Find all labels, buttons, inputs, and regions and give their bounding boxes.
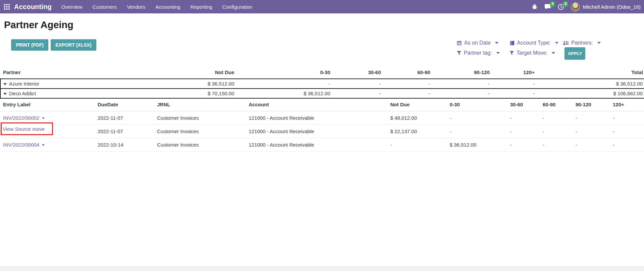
cell-account: 121000 - Account Receivable xyxy=(249,111,390,124)
cell-due-date: 2022-11-07 xyxy=(98,111,157,124)
apps-grid-icon[interactable] xyxy=(0,0,13,13)
cell-120-plus: - xyxy=(613,138,644,151)
cell-90-120: - xyxy=(432,89,491,98)
partner-row-azure-interior[interactable]: Azure Interior $ 36,512.00 - - - - - $ 3… xyxy=(0,79,644,89)
export-xlsx-button[interactable]: EXPORT (XLSX) xyxy=(51,39,96,51)
entry-row-inv-2022-00002: INV/2022/00002 2022-11-07 Customer Invoi… xyxy=(0,111,644,124)
partner-table-header: Partner Not Due 0-30 30-60 60-90 90-120 … xyxy=(0,65,644,79)
filter-as-on-date-label: As on Date xyxy=(464,40,491,46)
menu-vendors[interactable]: Vendors xyxy=(122,0,150,13)
messages-button[interactable]: 4 xyxy=(544,4,551,10)
cell-60-90: - xyxy=(543,138,576,151)
user-name: Mitchell Admin (Odoo_16) xyxy=(583,4,641,10)
cell-not-due: $ 36,512.00 xyxy=(135,79,236,89)
cell-60-90: - xyxy=(382,89,432,98)
view-source-move-item[interactable]: View Source move xyxy=(2,126,45,132)
cell-account: 121000 - Account Receivable xyxy=(249,138,390,151)
cell-not-due: $ 48,012.00 xyxy=(390,111,450,124)
entry-table-header: Entry Label DueDate JRNL Account Not Due… xyxy=(0,98,644,111)
messages-count-badge: 4 xyxy=(550,1,555,7)
caret-down-icon xyxy=(555,42,558,44)
col-0-30: 0-30 xyxy=(450,98,510,111)
invoice-link[interactable]: INV/2022/00002 xyxy=(3,115,39,121)
filter-as-on-date[interactable]: As on Date xyxy=(457,40,509,46)
filter-partners[interactable]: Partners: xyxy=(563,40,601,46)
funnel-filter-icon xyxy=(457,51,461,55)
cell-60-90: - xyxy=(543,111,576,124)
partner-name: Azure Interior xyxy=(9,81,39,87)
filter-partner-tag-label: Partner tag: xyxy=(464,50,492,56)
cell-due-date: 2022-11-07 xyxy=(98,124,157,138)
cell-120-plus: - xyxy=(613,111,644,124)
systray: 4 8 Mitchell Admin (Odoo_16) xyxy=(532,0,641,13)
navbar-left: Accounting Overview Customers Vendors Ac… xyxy=(0,0,257,13)
col-30-60: 30-60 xyxy=(332,65,382,79)
invoice-link[interactable]: INV/2022/00004 xyxy=(3,142,39,148)
cell-0-30: - xyxy=(450,111,510,124)
cell-90-120: - xyxy=(432,79,491,89)
cell-total: $ 36,512.00 xyxy=(536,79,644,89)
cell-0-30: $ 36,512.00 xyxy=(450,138,510,151)
col-90-120: 90-120 xyxy=(576,98,613,111)
apply-button[interactable]: APPLY xyxy=(564,47,585,60)
caret-down-icon[interactable] xyxy=(42,117,45,119)
col-90-120: 90-120 xyxy=(432,65,491,79)
filter-target-move[interactable]: Target Move: xyxy=(509,50,563,56)
col-partner: Partner xyxy=(0,65,135,79)
partner-row-deco-addict[interactable]: Deco Addict $ 70,150.00 $ 36,512.00 - - … xyxy=(0,89,644,98)
partner-name: Deco Addict xyxy=(9,91,36,96)
filter-account-type[interactable]: Account Type: xyxy=(509,40,563,46)
menu-overview[interactable]: Overview xyxy=(56,0,88,13)
caret-down-icon[interactable] xyxy=(42,144,45,146)
cell-0-30: - xyxy=(236,79,332,89)
report-actions: PRINT (PDF) EXPORT (XLSX) xyxy=(11,39,96,51)
col-account: Account xyxy=(249,98,390,111)
cell-120-plus: - xyxy=(491,79,536,89)
col-not-due: Not Due xyxy=(390,98,450,111)
debug-bug-icon[interactable] xyxy=(532,4,538,10)
activities-button[interactable]: 8 xyxy=(558,4,564,10)
col-60-90: 60-90 xyxy=(382,65,432,79)
cell-120-plus: - xyxy=(613,124,644,138)
funnel-filter-icon xyxy=(509,51,514,55)
caret-down-icon xyxy=(496,52,500,54)
filter-account-type-label: Account Type: xyxy=(517,40,551,46)
cell-60-90: - xyxy=(543,124,576,138)
invoice-dropdown-menu: View Source move xyxy=(1,122,53,135)
avatar xyxy=(571,2,580,11)
top-navbar: Accounting Overview Customers Vendors Ac… xyxy=(0,0,644,13)
grid-glyph xyxy=(4,4,10,10)
cell-jrnl: Customer Invoices xyxy=(157,124,249,138)
cell-30-60: - xyxy=(510,138,543,151)
menu-reporting[interactable]: Reporting xyxy=(185,0,217,13)
collapse-caret-icon[interactable] xyxy=(3,93,7,95)
cell-90-120: - xyxy=(576,138,613,151)
caret-down-icon xyxy=(552,52,555,54)
cell-30-60: - xyxy=(510,111,543,124)
entry-row-inv-2022-00004: INV/2022/00004 2022-10-14 Customer Invoi… xyxy=(0,138,644,151)
app-name[interactable]: Accounting xyxy=(13,0,56,13)
filter-row-1: As on Date Account Type: xyxy=(457,38,614,48)
horizontal-scrollbar[interactable] xyxy=(0,266,644,271)
col-jrnl: JRNL xyxy=(157,98,249,111)
print-pdf-button[interactable]: PRINT (PDF) xyxy=(11,39,48,51)
menu-accounting[interactable]: Accounting xyxy=(150,0,185,13)
partner-ageing-page: Accounting Overview Customers Vendors Ac… xyxy=(0,0,644,271)
cell-0-30: - xyxy=(450,124,510,138)
caret-down-icon xyxy=(597,42,601,44)
cell-not-due: $ 70,150.00 xyxy=(135,89,236,98)
collapse-caret-icon[interactable] xyxy=(3,83,7,85)
col-30-60: 30-60 xyxy=(510,98,543,111)
col-total: Total xyxy=(536,65,644,79)
journal-book-icon xyxy=(509,41,514,46)
filter-partner-tag[interactable]: Partner tag: xyxy=(457,50,509,56)
menu-customers[interactable]: Customers xyxy=(88,0,122,13)
menu-configuration[interactable]: Configuration xyxy=(217,0,257,13)
cell-30-60: - xyxy=(332,79,382,89)
page-title: Partner Ageing xyxy=(4,19,73,31)
user-menu[interactable]: Mitchell Admin (Odoo_16) xyxy=(571,2,641,11)
cell-due-date: 2022-10-14 xyxy=(98,138,157,151)
cell-0-30: $ 36,512.00 xyxy=(236,89,332,98)
cell-jrnl: Customer Invoices xyxy=(157,111,249,124)
filter-row-2: Partner tag: Target Move: xyxy=(457,48,614,58)
